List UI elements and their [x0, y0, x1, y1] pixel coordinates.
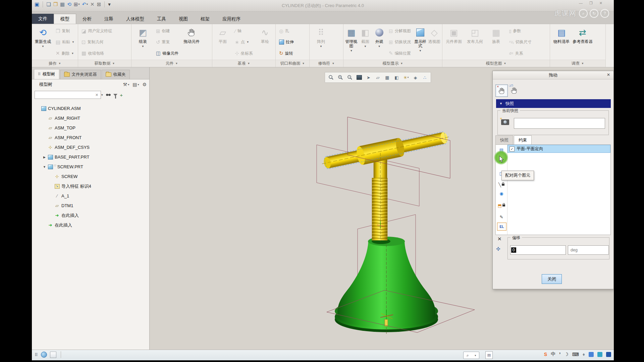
drag-tab-快照[interactable]: 快照 — [495, 135, 513, 145]
tray-app-navy-icon[interactable] — [606, 352, 611, 357]
zoom-fit-icon[interactable] — [327, 73, 335, 81]
tree-node-BASE_PART.PRT[interactable]: ▶BASE_PART.PRT — [32, 152, 149, 162]
group-label-元件[interactable]: 元件▼ — [131, 60, 212, 67]
group-label-获取数据[interactable]: 获取数据▼ — [78, 60, 131, 67]
tab-工具[interactable]: 工具 — [151, 14, 172, 24]
hide-panel-icon[interactable] — [50, 352, 56, 358]
tab-分析[interactable]: 分析 — [76, 14, 98, 24]
管理视图-button[interactable]: ▦管理视图▼ — [344, 25, 358, 60]
tray-app-teal-icon[interactable] — [597, 352, 602, 357]
tree-node-A_1[interactable]: ∕A_1 — [32, 191, 149, 201]
web-browser-icon[interactable] — [41, 352, 47, 358]
annotation-display-icon[interactable]: ◈ — [411, 73, 420, 81]
datum-display-filter-icon[interactable]: ✳▾ — [402, 73, 410, 81]
tree-node-ASM_RIGHT[interactable]: ▱ASM_RIGHT — [32, 113, 149, 123]
drag-tab-约束[interactable]: 约束 — [514, 135, 532, 145]
close-button[interactable]: ✕ — [599, 1, 602, 5]
maximize-button[interactable]: ❐ — [589, 1, 593, 5]
group-label-模型显示[interactable]: 模型显示▼ — [343, 60, 442, 67]
close-icon[interactable]: ✕ — [606, 72, 611, 77]
tree-display-icon[interactable]: ▤▾ — [132, 82, 139, 87]
显示样式-button[interactable]: 显示样式▼ — [414, 25, 427, 60]
minimize-button[interactable]: — — [579, 1, 583, 5]
notification-icon[interactable]: ▤ — [485, 351, 493, 359]
tree-node-ASM_DEF_CSYS[interactable]: ⊹ASM_DEF_CSYS — [32, 142, 149, 152]
tree-node-SCREW[interactable]: ⊹SCREW — [32, 172, 149, 181]
tree-node-CYLINDER.ASM[interactable]: CYLINDER.ASM — [32, 104, 149, 113]
orient-view-icon[interactable]: ◉ — [496, 189, 507, 198]
motion-axis-icon[interactable]: EL — [497, 223, 506, 231]
component-drag-button[interactable]: ❏❐ — [508, 84, 520, 96]
tree-node-SCREW.PRT[interactable]: ▼□SCREW.PRT — [32, 162, 149, 172]
keyboard-icon[interactable]: ⌨ — [572, 352, 579, 357]
fly-through-icon[interactable]: ➤ — [364, 73, 373, 81]
model-search-box[interactable]: ⌕ ▾ — [463, 352, 479, 359]
tab-框架[interactable]: 框架 — [194, 14, 216, 24]
外观-button[interactable]: 外观▼ — [372, 25, 386, 60]
search-dropdown-icon[interactable]: ▼ — [101, 94, 103, 97]
add-filter-icon[interactable]: + — [120, 92, 123, 98]
旋转-button[interactable]: ↻旋转 — [277, 49, 296, 58]
group-label-基准[interactable]: 基准▼ — [212, 60, 275, 67]
zoom-out-icon[interactable]: − — [345, 73, 354, 81]
拉伸-button[interactable]: 拉伸 — [277, 38, 296, 47]
snapshots-section-header[interactable]: ▼ 快照 — [496, 99, 611, 108]
shading-icon[interactable] — [355, 73, 363, 81]
tree-settings-icon[interactable]: ⚙ — [142, 82, 147, 87]
tree-tools-icon[interactable]: ⚒▾ — [123, 82, 129, 87]
offset-value-input[interactable]: 0 — [510, 245, 566, 255]
tree-node-在此插入[interactable]: ➔在此插入 — [32, 220, 149, 230]
filter-icon[interactable] — [113, 94, 117, 96]
tree-node-DTM1[interactable]: ▱DTM1 — [32, 201, 149, 210]
snapshot-camera-icon[interactable] — [501, 119, 509, 125]
screw-part-model[interactable] — [320, 127, 452, 240]
tree-node-在此插入[interactable]: ➔在此插入 — [32, 210, 149, 220]
拖动元件-button[interactable]: 拖动元件 — [181, 25, 202, 60]
tab-注释[interactable]: 注释 — [98, 14, 120, 24]
punctuation-icon[interactable]: ’ — [559, 352, 560, 357]
line-lock-icon[interactable]: ╲ — [496, 180, 507, 189]
组装-button[interactable]: ◩组装▼ — [132, 25, 153, 60]
sogou-input-icon[interactable]: S — [544, 352, 547, 357]
moon-icon[interactable]: ☽ — [564, 352, 569, 357]
tab-模型[interactable]: 模型 — [54, 14, 76, 24]
rotation-center-icon[interactable]: ∴ — [421, 73, 429, 81]
offset-unit-field[interactable]: deg — [568, 245, 609, 255]
重新生成-button[interactable]: ⟲重新生成▼ — [33, 25, 53, 60]
tree-node-导入特征 标识4[interactable]: ↘导入特征 标识4 — [32, 181, 149, 191]
镜像元件-button[interactable]: ◫镜像元件 — [154, 49, 180, 58]
free-motion-icon[interactable]: ✜ — [496, 246, 500, 252]
tray-app-blue-icon[interactable] — [589, 352, 594, 357]
zoom-in-icon[interactable]: + — [336, 73, 344, 81]
close-button[interactable]: 关闭 — [542, 274, 562, 284]
expand-arrow-icon[interactable]: ▶ — [42, 156, 47, 159]
clear-search-icon[interactable]: ✕ — [95, 93, 98, 97]
tab-文件[interactable]: 文件 — [32, 14, 54, 24]
snapshot-name-input[interactable] — [514, 118, 605, 129]
tree-node-ASM_FRONT[interactable]: ▱ASM_FRONT — [32, 133, 149, 142]
物料清单-button[interactable]: ▤物料清单 — [551, 25, 572, 60]
delete-constraint-icon[interactable]: ✕ — [497, 236, 502, 242]
tree-node-ASM_TOP[interactable]: ▱ASM_TOP — [32, 123, 149, 133]
constraint-checkbox[interactable]: ✓ — [509, 146, 515, 152]
tree-toggle-icon[interactable]: ⠿ — [35, 352, 38, 357]
constraint-row[interactable]: ✓ 平面-平面定向 — [507, 145, 610, 153]
expand-arrow-icon[interactable]: ▼ — [42, 165, 47, 169]
plane-display-icon[interactable]: ▱ — [374, 73, 382, 81]
group-label-操作[interactable]: 操作▼ — [32, 60, 78, 67]
tab-应用程序[interactable]: 应用程序 — [216, 14, 247, 24]
tree-search-input[interactable] — [35, 91, 101, 99]
find-icon[interactable] — [106, 93, 111, 97]
group-label-模型意图[interactable]: 模型意图▼ — [442, 60, 550, 67]
参考查看器-button[interactable]: ⇄参考查看器 — [572, 25, 593, 60]
navigator-tab-模型树[interactable]: ⠿模型树 — [34, 69, 59, 79]
point-drag-button[interactable]: ✕ — [495, 84, 508, 97]
view-manager-icon[interactable]: ▦ — [383, 73, 391, 81]
saved-orientation-icon[interactable]: ◧ — [392, 73, 401, 81]
tab-视图[interactable]: 视图 — [172, 14, 194, 24]
lock-bodies-icon[interactable]: ⬒ — [496, 201, 507, 210]
group-label-修饰符[interactable]: 修饰符▼ — [310, 60, 343, 67]
navigator-tab-收藏夹[interactable]: 收藏夹 — [102, 70, 130, 79]
group-label-切口和曲面[interactable]: 切口和曲面▼ — [276, 60, 309, 67]
navigator-tab-文件夹浏览器[interactable]: 文件夹浏览器 — [60, 70, 101, 79]
